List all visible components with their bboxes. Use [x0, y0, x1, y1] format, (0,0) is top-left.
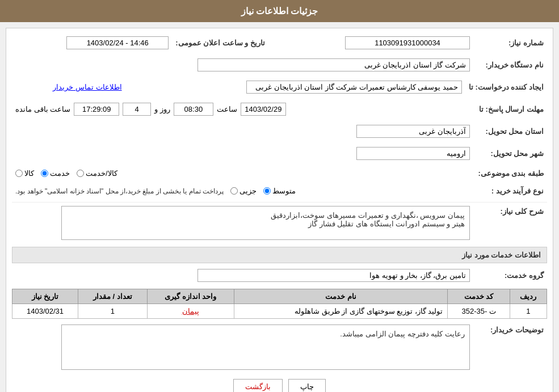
noefarayand-motevasset-label: متوسط	[272, 187, 296, 195]
col-radif: ردیف	[510, 289, 547, 304]
tabaqe-kala-khadamat-radio[interactable]	[77, 170, 84, 177]
form-table-row4: مهلت ارسال پاسخ: تا 1403/02/29 ساعت 08:3…	[12, 100, 547, 118]
cell-kodKhadamat: ت -35-352	[448, 304, 510, 319]
sharhKolli-text: پیمان سرویس ،نگهداری و تعمیرات مسیرهای س…	[271, 211, 465, 228]
mohlatErsal-roz: 4	[123, 103, 151, 116]
tabaqe-kala-item: کالا	[15, 169, 34, 178]
noefarayand-jozvi-radio[interactable]	[230, 187, 238, 195]
namDastgahKharidar-value: شرکت گاز استان اذربایجان غربی	[197, 58, 470, 71]
form-table-row8: نوع فرآیند خرید : متوسط جزیی پرداخت تمام…	[12, 184, 547, 197]
shomareNiaz-label: شماره نیاز:	[473, 34, 547, 52]
btn-back[interactable]: بازگشت	[233, 379, 283, 392]
noefarayand-motevasset-radio[interactable]	[263, 187, 271, 195]
col-kodKhadamat: کد خدمت	[448, 289, 510, 304]
shahr-label: شهر محل تحویل:	[473, 145, 547, 162]
form-table-sharh: شرح کلی نیاز: پیمان سرویس ،نگهداری و تعم…	[12, 204, 547, 242]
form-table-row1: شماره نیاز: 1103091931000034 تاریخ و ساع…	[12, 34, 547, 52]
ettelaatTamasKharidar-link[interactable]: اطلاعات تماس خریدار	[53, 83, 121, 91]
mohlatErsal-mande: 17:29:09	[74, 103, 119, 116]
ijadKonande-value: حمید یوسفی کارشناس تعمیرات شرکت گاز استا…	[246, 81, 462, 94]
tosifatKharidar-label: توضیحات خریدار:	[473, 322, 547, 372]
form-table-row3: ایجاد کننده درخواست: تا حمید یوسفی کارشن…	[12, 78, 547, 96]
tabaqe-khadamat-item: خدمت	[41, 169, 70, 178]
form-table-groh: گروه خدمت: تامین برق، گاز، بخار و تهویه …	[12, 267, 547, 284]
noefarayand-jozvi-label: جزیی	[239, 187, 257, 195]
tabaqe-kala-khadamat-item: کالا/خدمت	[77, 169, 117, 178]
tabaqe-kala-radio[interactable]	[15, 170, 23, 177]
sharhKolli-label: شرح کلی نیاز:	[473, 204, 547, 242]
service-table: ردیف کد خدمت نام خدمت واحد اندازه گیری ت…	[12, 289, 547, 319]
cell-vahed: پیمان	[147, 304, 234, 319]
mohlatErsal-saat: 08:30	[174, 103, 213, 116]
col-tarikhNiaz: تاریخ نیاز	[12, 289, 78, 304]
mohlatErsal-date: 1403/02/29	[241, 103, 286, 116]
col-vahedAndazegiri: واحد اندازه گیری	[147, 289, 234, 304]
tarikhSaat-label: تاریخ و ساعت اعلان عمومی:	[172, 34, 268, 52]
ostanTahvil-label: استان محل تحویل:	[473, 123, 547, 140]
tabaqe-label: طبقه بندی موضوعی:	[473, 167, 547, 180]
form-table-row7: طبقه بندی موضوعی: کالا/خدمت خدمت کالا	[12, 167, 547, 180]
page-wrapper: جزئیات اطلاعات نیاز شماره نیاز: 11030919…	[0, 0, 559, 392]
sharhKolli-value: پیمان سرویس ،نگهداری و تعمیرات مسیرهای س…	[61, 206, 470, 240]
form-table-row5: استان محل تحویل: آذربایجان غربی	[12, 123, 547, 140]
main-content: شماره نیاز: 1103091931000034 تاریخ و ساع…	[6, 28, 553, 392]
buttons-row: چاپ بازگشت	[12, 379, 547, 392]
form-table-row6: شهر محل تحویل: ارومیه	[12, 145, 547, 162]
etelaat-khadamat-header: اطلاعات خدمات مورد نیاز	[12, 247, 547, 263]
col-tedadMegdar: تعداد / مقدار	[78, 289, 147, 304]
noefarayand-jozvi-item: جزیی	[230, 187, 257, 195]
tabaqe-kala-khadamat-label: کالا/خدمت	[86, 169, 117, 178]
groheKhadamat-value: تامین برق، گاز، بخار و تهویه هوا	[197, 269, 470, 282]
tabaqe-radio-group: کالا/خدمت خدمت کالا	[15, 169, 470, 178]
tabaqe-khadamat-radio[interactable]	[41, 170, 48, 177]
roz-label: روز و	[154, 105, 170, 113]
cell-tedad: 1	[78, 304, 147, 319]
groheKhadamat-label: گروه خدمت:	[473, 267, 547, 284]
shomareNiaz-value: 1103091931000034	[345, 36, 470, 49]
col-namKhadamat: نام خدمت	[234, 289, 448, 304]
tabaqe-kala-label: کالا	[24, 169, 34, 178]
ijadKonande-label: ایجاد کننده درخواست: تا	[465, 78, 547, 96]
tabaqe-khadamat-label: خدمت	[50, 169, 70, 178]
saat-label: ساعت	[217, 105, 237, 113]
cell-namKhadamat: تولید گاز، توزیع سوختهای گازی از طریق شا…	[234, 304, 448, 319]
cell-radif: 1	[510, 304, 547, 319]
mohlatErsal-label: مهلت ارسال پاسخ: تا	[473, 100, 547, 118]
noefarayand-motevasset-item: متوسط	[263, 187, 296, 195]
tosifatKharidar-value: رعایت کلیه دفترچه پیمان الزامی میباشد.	[61, 324, 470, 370]
divider1	[12, 202, 547, 203]
form-table-tosifat: توضیحات خریدار: رعایت کلیه دفترچه پیمان …	[12, 322, 547, 372]
noefarayand-label: نوع فرآیند خرید :	[473, 184, 547, 197]
mohlatErsal-row: 1403/02/29 ساعت 08:30 روز و 4 17:29:09 س…	[15, 103, 470, 116]
noefarayand-radio-group: متوسط جزیی پرداخت تمام یا بخشی از مبلغ خ…	[15, 187, 470, 195]
cell-tarikh: 1403/02/31	[12, 304, 78, 319]
tarikhSaat-value: 1403/02/24 - 14:46	[66, 36, 169, 49]
tosifatKharidar-text: رعایت کلیه دفترچه پیمان الزامی میباشد.	[340, 330, 465, 338]
form-table-row2: نام دستگاه خریدار: شرکت گاز استان اذربای…	[12, 56, 547, 74]
shahr-value: ارومیه	[356, 147, 470, 160]
btn-print[interactable]: چاپ	[288, 379, 326, 392]
table-row: 1 ت -35-352 تولید گاز، توزیع سوختهای گاز…	[12, 304, 547, 319]
ostanTahvil-value: آذربایجان غربی	[356, 125, 470, 138]
page-header: جزئیات اطلاعات نیاز	[0, 0, 559, 22]
noefarayand-note: پرداخت تمام یا بخشی از مبلغ خرید،از محل …	[15, 187, 224, 195]
page-title: جزئیات اطلاعات نیاز	[241, 6, 318, 16]
namDastgahKharidar-label: نام دستگاه خریدار:	[473, 56, 547, 74]
saat-baghi-label: ساعت باقی مانده	[15, 105, 70, 113]
